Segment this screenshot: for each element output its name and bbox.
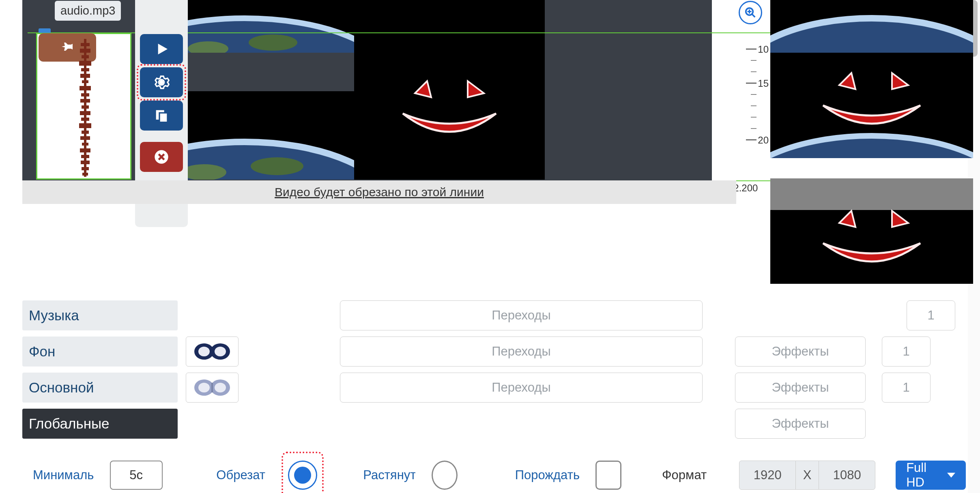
copy-icon <box>153 107 170 124</box>
svg-point-52 <box>215 347 226 356</box>
audio-waveform <box>79 39 91 177</box>
svg-rect-12 <box>81 43 90 46</box>
svg-rect-10 <box>354 0 545 180</box>
svg-line-39 <box>752 14 755 17</box>
count-box[interactable]: 1 <box>882 373 931 403</box>
svg-rect-17 <box>80 74 90 78</box>
butterfly-icon <box>192 339 232 364</box>
layer-row-music: Музыка Переходы 1 <box>22 300 955 330</box>
pin-icon <box>60 41 74 54</box>
preview-thumb-1[interactable] <box>770 0 973 53</box>
stretch-label: Растянуть <box>363 468 415 482</box>
spawn-label: Порождать <box>515 468 579 482</box>
height-input[interactable] <box>819 461 875 490</box>
svg-rect-32 <box>82 167 89 170</box>
ruler-tick-label: 20 <box>758 135 769 146</box>
close-icon <box>153 149 170 165</box>
svg-point-9 <box>251 157 303 175</box>
svg-rect-26 <box>82 131 89 134</box>
svg-rect-16 <box>81 68 89 71</box>
layer-thumb-background[interactable] <box>186 337 239 367</box>
cut-line-text: Видео будет обрезано по этой линии <box>275 185 484 199</box>
effects-button[interactable]: Эффекты <box>735 409 866 439</box>
width-input[interactable] <box>739 461 796 490</box>
cut-line-bar: Видео будет обрезано по этой линии <box>22 180 736 204</box>
count-box[interactable]: 1 <box>882 337 931 367</box>
svg-rect-21 <box>80 99 90 103</box>
stretch-radio[interactable] <box>432 461 458 490</box>
svg-rect-31 <box>81 161 90 164</box>
svg-rect-36 <box>159 113 168 122</box>
layer-label-global[interactable]: Глобальные <box>22 409 178 439</box>
play-button[interactable] <box>140 34 183 64</box>
svg-point-57 <box>215 383 226 392</box>
format-label: Формат <box>662 468 707 482</box>
min-duration-label: Минимальн <box>33 468 94 482</box>
clip-filename-badge: audio.mp3 <box>55 1 121 21</box>
svg-rect-23 <box>80 111 90 115</box>
min-duration-input[interactable] <box>110 461 163 490</box>
count-box[interactable]: 1 <box>907 300 955 330</box>
dimension-x: X <box>796 461 819 490</box>
svg-rect-15 <box>79 61 91 66</box>
svg-point-34 <box>159 80 163 84</box>
clip-thumb-devil[interactable] <box>354 0 545 180</box>
svg-point-4 <box>249 34 297 51</box>
svg-point-56 <box>198 383 210 392</box>
chevron-down-icon <box>947 473 955 478</box>
layer-label-background[interactable]: Фон <box>22 337 178 367</box>
svg-rect-14 <box>82 55 89 58</box>
layer-row-background: Фон Переходы Эффекты 1 <box>22 336 955 367</box>
radio-dot-icon <box>294 467 311 484</box>
svg-rect-25 <box>79 123 91 128</box>
svg-rect-19 <box>80 86 91 90</box>
preview-column <box>770 0 973 304</box>
transitions-button[interactable]: Переходы <box>340 337 703 367</box>
timeline-area: audio.mp3 <box>22 0 969 284</box>
layer-label-music[interactable]: Музыка <box>22 300 178 330</box>
dimension-group: X <box>739 461 875 490</box>
settings-button[interactable] <box>140 67 183 97</box>
svg-rect-20 <box>81 93 89 96</box>
crop-label: Обрезать <box>216 468 265 482</box>
time-ruler: 10 15 20 22.200 <box>736 24 769 170</box>
zoom-in-icon <box>744 6 756 19</box>
effects-button[interactable]: Эффекты <box>735 373 866 403</box>
spawn-checkbox[interactable] <box>595 461 621 490</box>
preset-label: Full HD <box>906 461 941 490</box>
svg-rect-24 <box>81 118 89 121</box>
svg-rect-30 <box>81 155 89 158</box>
bottom-controls: Минимальн Обрезать Растянуть Порождать Ф… <box>33 454 966 493</box>
svg-rect-58 <box>211 383 213 392</box>
svg-rect-29 <box>80 148 90 152</box>
svg-point-51 <box>198 347 210 356</box>
play-icon <box>153 41 170 57</box>
delete-button[interactable] <box>140 142 183 172</box>
layer-row-main: Основной Переходы Эффекты 1 <box>22 372 955 403</box>
transitions-button[interactable]: Переходы <box>340 373 703 403</box>
transitions-button[interactable]: Переходы <box>340 300 703 330</box>
layer-label-main[interactable]: Основной <box>22 373 178 403</box>
crop-radio[interactable] <box>288 461 317 490</box>
butterfly-icon <box>192 375 232 400</box>
gear-icon <box>153 74 170 90</box>
ruler-tick-label: 10 <box>758 44 769 55</box>
zoom-in-button[interactable] <box>739 1 762 24</box>
svg-rect-18 <box>82 80 88 83</box>
svg-rect-28 <box>82 143 88 146</box>
svg-rect-27 <box>80 136 90 140</box>
layer-thumb-main[interactable] <box>186 373 239 403</box>
svg-rect-33 <box>82 173 88 176</box>
ruler-tick-label: 15 <box>758 78 769 89</box>
resolution-preset-dropdown[interactable]: Full HD <box>896 461 966 490</box>
effects-button[interactable]: Эффекты <box>735 337 866 367</box>
preview-thumb-2[interactable] <box>770 53 973 158</box>
layer-row-global: Глобальные Эффекты <box>22 408 955 439</box>
layer-settings: Музыка Переходы 1 Фон Переходы Эффекты 1… <box>22 300 955 444</box>
copy-button[interactable] <box>140 101 183 131</box>
preview-overlay <box>770 178 973 210</box>
svg-rect-13 <box>80 49 90 53</box>
svg-rect-53 <box>211 347 213 356</box>
svg-rect-22 <box>82 105 89 109</box>
preview-thumb-3[interactable] <box>770 178 973 284</box>
